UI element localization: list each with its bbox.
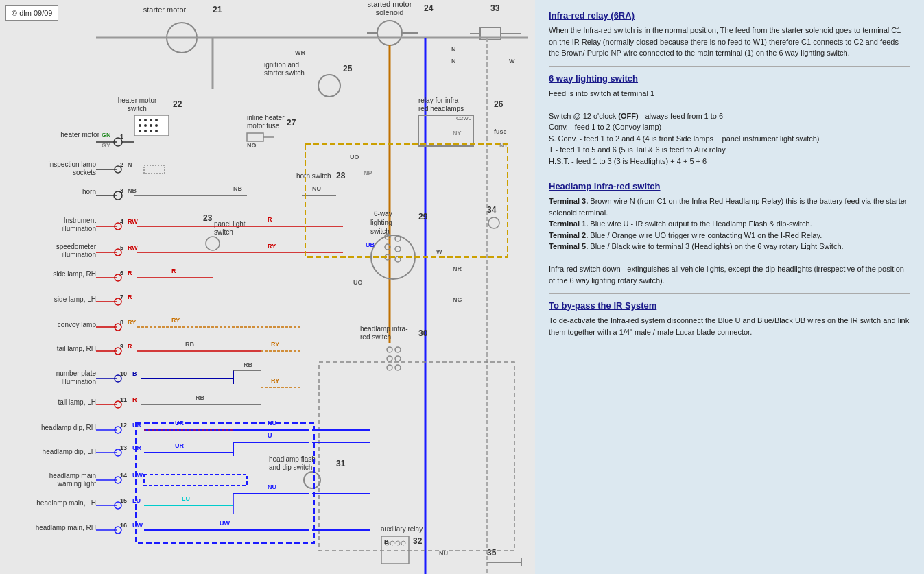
ry-label-8b: RY bbox=[171, 317, 180, 324]
num-33: 33 bbox=[490, 3, 500, 13]
num-24: 24 bbox=[424, 3, 434, 13]
r-label-6b: R bbox=[171, 267, 176, 274]
label-inspect2: sockets bbox=[73, 169, 96, 176]
sixway-title: 6 way lighting switch bbox=[549, 73, 910, 84]
rb-label-11: RB bbox=[196, 394, 204, 401]
num-15: 15 bbox=[120, 497, 127, 504]
num-3: 3 bbox=[120, 187, 123, 194]
diagram-area: © dlm 09/09 starter motor 21 started mot… bbox=[0, 0, 535, 574]
nr-label: NR bbox=[453, 265, 462, 272]
num-32: 32 bbox=[413, 536, 423, 546]
label-instr2: illumination bbox=[62, 225, 96, 232]
bypass-section: To by-pass the IR System To de-activate … bbox=[549, 300, 910, 337]
svg-point-16 bbox=[144, 130, 147, 132]
w-label-2: W bbox=[436, 248, 442, 255]
num-26: 26 bbox=[494, 99, 504, 109]
num-29: 29 bbox=[418, 212, 428, 222]
label-side-rh: side lamp, RH bbox=[53, 270, 96, 278]
num-4: 4 bbox=[120, 218, 123, 225]
label-speedo2: illumination bbox=[62, 251, 96, 259]
uo-label-1: UO bbox=[350, 154, 359, 160]
ur-label-13: UR bbox=[132, 444, 141, 451]
ir-relay-title: Infra-red relay (6RA) bbox=[549, 10, 910, 21]
num-27: 27 bbox=[287, 118, 296, 128]
num-10: 10 bbox=[120, 370, 127, 377]
copyright-box: © dlm 09/09 bbox=[5, 5, 58, 21]
num-31: 31 bbox=[336, 459, 346, 468]
label-tail-rh: tail lamp, RH bbox=[57, 345, 96, 352]
label-heater: heater motor bbox=[60, 131, 99, 139]
num-11: 11 bbox=[120, 396, 127, 403]
sixway-label2: lighting bbox=[370, 219, 392, 226]
bypass-title: To by-pass the IR System bbox=[549, 300, 910, 311]
no-label: NO bbox=[247, 142, 257, 149]
num-5: 5 bbox=[120, 244, 123, 251]
svg-point-11 bbox=[139, 124, 141, 127]
ry-label-5: RY bbox=[268, 243, 276, 250]
num-12: 12 bbox=[120, 422, 127, 429]
heater-sw-label: heater motor bbox=[118, 97, 157, 104]
r-label-6: R bbox=[128, 270, 132, 276]
gy-label: GY bbox=[102, 142, 110, 149]
label-numplate: number plate bbox=[56, 370, 97, 377]
r-label-4: R bbox=[268, 216, 272, 223]
ir-relay-text: When the Infra-red switch is in the norm… bbox=[549, 25, 910, 59]
svg-point-7 bbox=[139, 119, 141, 121]
label-side-lh: side lamp, LH bbox=[54, 296, 96, 303]
ir-sw-label: headlamp infra- bbox=[360, 325, 407, 333]
gn-label: GN bbox=[102, 132, 111, 139]
num-8: 8 bbox=[120, 319, 123, 326]
num-30: 30 bbox=[418, 328, 428, 338]
c2wo-label: C2W0 bbox=[456, 115, 472, 121]
svg-point-17 bbox=[150, 130, 152, 132]
ir-sw-label2: red switch bbox=[360, 333, 391, 341]
lu-label-15b: LU bbox=[182, 495, 190, 502]
u-label-13: U bbox=[268, 432, 272, 439]
label-main-warn2: warning light bbox=[57, 480, 96, 488]
svg-point-10 bbox=[155, 119, 158, 121]
fuse-label: fuse bbox=[494, 128, 507, 135]
copyright-text: © dlm 09/09 bbox=[12, 9, 52, 17]
svg-point-14 bbox=[155, 124, 158, 127]
headlamp-ir-text: Terminal 3. Brown wire N (from C1 on the… bbox=[549, 195, 910, 286]
solenoid-label2: solenoid bbox=[376, 8, 404, 16]
label-horn: horn bbox=[82, 188, 96, 195]
starter-motor-label: starter motor bbox=[143, 5, 187, 14]
divider-1 bbox=[549, 66, 910, 67]
ur-label-13b: UR bbox=[175, 442, 184, 449]
uw-label-16b: UW bbox=[220, 520, 230, 527]
inline-fuse-label2: motor fuse bbox=[247, 122, 280, 130]
inline-fuse-label: inline heater bbox=[247, 114, 285, 121]
num-22: 22 bbox=[173, 99, 182, 109]
flash-sw-label: headlamp flash bbox=[269, 455, 316, 463]
ny-label-1: NY bbox=[453, 130, 462, 136]
svg-point-12 bbox=[144, 124, 147, 127]
ub-label: UB bbox=[366, 241, 375, 248]
num-35: 35 bbox=[487, 548, 497, 558]
label-convoy: convoy lamp bbox=[58, 321, 97, 328]
w-label-1: W bbox=[509, 58, 515, 64]
num-21: 21 bbox=[213, 5, 222, 14]
num-6: 6 bbox=[120, 270, 123, 276]
n-label-row2: N bbox=[128, 161, 132, 168]
label-main-lh: headlamp main, LH bbox=[36, 499, 96, 507]
uw-label-14: UW bbox=[132, 472, 143, 479]
b-label-10: B bbox=[132, 370, 137, 377]
num-1: 1 bbox=[120, 133, 123, 140]
divider-2 bbox=[549, 174, 910, 174]
divider-3 bbox=[549, 293, 910, 294]
num-2: 2 bbox=[120, 161, 123, 168]
num-23: 23 bbox=[203, 213, 213, 223]
heater-sw-label2: switch bbox=[128, 105, 147, 112]
nb-label-2: NB bbox=[233, 185, 242, 192]
rw-label-5: RW bbox=[128, 244, 138, 251]
np-label: NP bbox=[364, 169, 372, 176]
ry-label-8: RY bbox=[128, 319, 136, 326]
rb-label-10: RB bbox=[244, 361, 252, 368]
flash-sw-label2: and dip switch bbox=[269, 464, 312, 471]
rb-label-9: RB bbox=[185, 341, 194, 348]
uw-label-16: UW bbox=[132, 522, 143, 529]
relay-label: relay for infra- bbox=[418, 97, 461, 104]
ry-label-10: RY bbox=[271, 377, 279, 384]
sixway-label: 6-way bbox=[374, 210, 392, 217]
